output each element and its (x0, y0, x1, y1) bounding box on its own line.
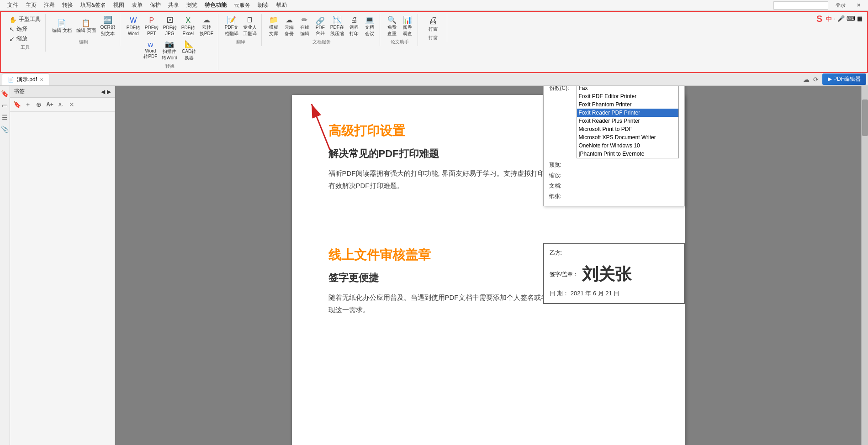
pdf-to-word-button[interactable]: W PDF转Word (125, 16, 142, 37)
menu-view[interactable]: 视图 (110, 0, 128, 10)
scan-to-word-button[interactable]: 📷 扫描件转Word (160, 39, 179, 62)
bookmark-icon-btn[interactable]: 🔖 (12, 99, 22, 110)
remote-print-button[interactable]: 🖨 远程打印 (347, 15, 361, 38)
print-group: 🖨 打窗 打窗 (420, 14, 447, 42)
select-tool-button[interactable]: ↖ 选择 (7, 24, 42, 34)
menu-browse[interactable]: 浏览 (183, 0, 201, 10)
menu-home[interactable]: 主页 (22, 0, 40, 10)
print-button[interactable]: 🖨 打窗 (424, 15, 442, 34)
menu-cloud[interactable]: 云服务 (230, 0, 254, 10)
edit-group-label: 编辑 (79, 39, 88, 45)
edit-page-button[interactable]: 📋 编辑 页面 (74, 18, 98, 35)
printer-foxit-editor[interactable]: Foxit PDF Editor Printer (577, 92, 678, 100)
edit-doc-button[interactable]: 📄 编辑 文档 (50, 18, 74, 35)
sig-date-label: 日 期： (550, 290, 569, 297)
word-to-pdf-button[interactable]: W Word转PDF (142, 41, 159, 61)
pdf-to-excel-button[interactable]: X PDF转Excel (180, 16, 197, 37)
chart-icon[interactable]: ▦ (857, 15, 863, 23)
tab-close-button[interactable]: ✕ (40, 77, 43, 82)
printer-foxit-reader[interactable]: Foxit Reader PDF Printer (577, 109, 678, 117)
doc-meeting-button[interactable]: 💻 文档会议 (362, 15, 377, 38)
attachment-sidebar-icon[interactable]: 📎 (1, 125, 9, 133)
keyboard-icon[interactable]: ⌨ (847, 15, 855, 23)
menu-protect[interactable]: 保护 (146, 0, 164, 10)
signature-box: 乙方: 签字/盖章： 刘关张 日 期： 2021 年 6 月 21 日 (543, 243, 685, 304)
register-label[interactable]: 登录 (832, 1, 849, 10)
mic-icon[interactable]: 🎤 (837, 15, 845, 23)
cad-converter-button[interactable]: 📐 CAD转换器 (180, 39, 198, 62)
print-doc-label: 文档: (549, 181, 577, 190)
content-with-scroll: 高级打印设置 解决常见的PDF打印难题 福昕PDF阅读器拥有强大的打印功能, 界… (115, 86, 868, 445)
pdf-to-ppt-button[interactable]: P PDF转PPT (143, 16, 160, 37)
indent-button[interactable]: ↙ 缩放 (7, 34, 42, 43)
sig-box-inner: 乙方: 签字/盖章： 刘关张 日 期： 2021 年 6 月 21 日 (550, 249, 678, 298)
template-button[interactable]: 📁 模板文库 (266, 15, 281, 38)
online-edit-icon: ✏ (302, 16, 307, 24)
scan-icon: 📷 (165, 40, 174, 48)
ocr-button[interactable]: 🔤 OCR识别文本 (99, 15, 117, 38)
pdf-merge-button[interactable]: 🔗 PDF合并 (313, 16, 328, 37)
menu-file[interactable]: 文件 (4, 0, 22, 10)
printer-fax[interactable]: Fax (577, 86, 678, 92)
chinese-input-icon[interactable]: 中 (826, 15, 832, 23)
add-bookmark-btn[interactable]: + (23, 99, 33, 110)
print-group-label: 打窗 (429, 35, 438, 41)
print-copies-label: 份数(C): (549, 86, 577, 92)
printer-ms-pdf[interactable]: Microsoft Print to PDF (577, 125, 678, 133)
menu-special[interactable]: 特色功能 (201, 0, 230, 10)
printer-foxit-phantom[interactable]: Foxit Phantom Printer (577, 100, 678, 109)
print-paper-label: 纸张: (549, 192, 577, 200)
printer-onenote[interactable]: OneNote for Windows 10 (577, 141, 678, 150)
tools-group-label: 工具 (7, 44, 42, 51)
add-child-bookmark-btn[interactable]: ⊕ (34, 99, 44, 110)
vertical-scroll-thumb[interactable] (862, 99, 868, 136)
left-panel: 书签 ◀ ▶ 🔖 + ⊕ A+ A- ✕ (10, 86, 115, 445)
printer-foxit-plus[interactable]: Foxit Reader Plus Printer (577, 117, 678, 125)
right-scrollbar[interactable] (861, 86, 868, 445)
font-decrease-btn[interactable]: A- (56, 99, 66, 110)
pdf-translate-button[interactable]: 📝 PDF文档翻译 (223, 15, 240, 38)
pdf-tab[interactable]: 📄 演示.pdf ✕ (2, 73, 49, 85)
menu-help[interactable]: 帮助 (272, 0, 291, 10)
cloud-pdf-button[interactable]: ☁ 云转换PDF (198, 15, 215, 38)
delete-bookmark-btn[interactable]: ✕ (67, 99, 77, 110)
online-edit-button[interactable]: ✏ 在线编辑 (297, 15, 312, 38)
version-label: ✕ (853, 1, 864, 9)
main-area: 🔖 ▭ ☰ 📎 书签 ◀ ▶ 🔖 + ⊕ A+ A- ✕ (0, 86, 868, 445)
toolbar-area: ✋ 手型工具 ↖ 选择 ↙ 缩放 工具 📄 编辑 文档 📋 编辑 页面 🔤 OC (0, 11, 868, 73)
cloud-icon[interactable]: ☁ (803, 76, 810, 83)
search-input[interactable] (773, 1, 828, 10)
printer-phantom-evernote[interactable]: |Phantom Print to Evernote (577, 150, 678, 158)
pdf-to-jpg-button[interactable]: 🖼 PDF转JPG (161, 16, 179, 37)
pro-translate-button[interactable]: 🗒 专业人工翻译 (241, 15, 259, 38)
panel-back-arrow[interactable]: ◀ (101, 89, 105, 95)
print-doc-row: 文档: (549, 181, 679, 190)
compress-button[interactable]: 📉 PDF在线压缩 (328, 15, 346, 38)
cloud-backup-button[interactable]: ☁ 云端备份 (282, 15, 296, 38)
pdf-editor-button[interactable]: ▶ PDF编辑器 (822, 73, 866, 85)
bookmark-sidebar-icon[interactable]: 🔖 (1, 89, 9, 98)
layer-sidebar-icon[interactable]: ▭ (1, 101, 9, 110)
sync-icon[interactable]: ⟳ (813, 76, 819, 83)
panel-forward-arrow[interactable]: ▶ (107, 89, 111, 95)
printer-ms-xps[interactable]: Microsoft XPS Document Writer (577, 133, 678, 141)
hand-tool-button[interactable]: ✋ 手型工具 (7, 15, 42, 24)
cad-icon: 📐 (185, 40, 194, 48)
left-panel-toolbar: 🔖 + ⊕ A+ A- ✕ (10, 98, 115, 112)
menu-share[interactable]: 共享 (164, 0, 183, 10)
menu-read[interactable]: 朗读 (254, 0, 272, 10)
page-sidebar-icon[interactable]: ☰ (1, 113, 9, 121)
font-increase-btn[interactable]: A+ (45, 99, 55, 110)
menu-form[interactable]: 表单 (128, 0, 146, 10)
menu-sign[interactable]: 填写&签名 (77, 0, 110, 10)
read-check-button[interactable]: 📊 阅卷调查 (400, 15, 415, 38)
pdf-scroll-area[interactable]: 高级打印设置 解决常见的PDF打印难题 福昕PDF阅读器拥有强大的打印功能, 界… (115, 86, 861, 445)
edit-page-icon: 📋 (81, 19, 90, 27)
free-check-button[interactable]: 🔍 免费查重 (385, 15, 399, 38)
menu-comment[interactable]: 注释 (40, 0, 58, 10)
word-to-pdf-icon: W (148, 42, 153, 48)
print-dialog: 打印 名称(N): 份数(C): (543, 86, 685, 206)
sogou-toolbar: 中 · 🎤 ⌨ ▦ (826, 15, 863, 23)
menu-convert[interactable]: 转换 (58, 0, 77, 10)
pdf-page: 高级打印设置 解决常见的PDF打印难题 福昕PDF阅读器拥有强大的打印功能, 界… (292, 95, 685, 445)
